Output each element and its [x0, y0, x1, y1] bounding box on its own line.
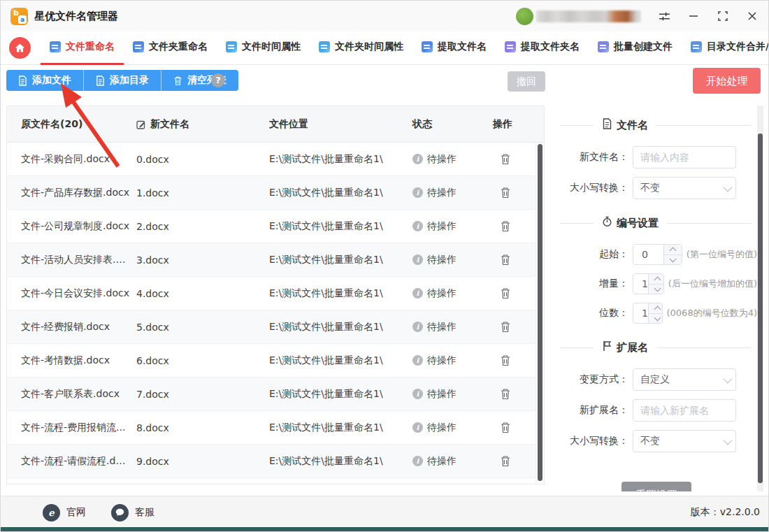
- tab-item[interactable]: 文件夹时间属性: [310, 31, 412, 65]
- delete-row-button[interactable]: [497, 151, 514, 168]
- spinner-up-button[interactable]: [664, 245, 682, 254]
- delete-row-button[interactable]: [497, 319, 514, 336]
- chevron-down-icon: [724, 374, 733, 383]
- maximize-button[interactable]: [717, 10, 729, 22]
- tab-item[interactable]: 提取文件夹名: [496, 31, 589, 65]
- spinner-down-button[interactable]: [649, 284, 663, 294]
- add-directory-button[interactable]: 添加目录: [84, 70, 161, 91]
- delete-row-button[interactable]: [497, 218, 514, 235]
- ext-case-convert-select[interactable]: 不变: [633, 430, 736, 452]
- new-filename-cell: 2.docx: [136, 221, 269, 232]
- add-file-button[interactable]: 添加文件: [6, 70, 84, 91]
- tab-item[interactable]: 文件夹重命名: [124, 31, 217, 65]
- sidebar-scrollbar[interactable]: [757, 106, 763, 491]
- info-icon: i: [412, 422, 423, 433]
- original-filename-cell: 文件-今日会议安排.docx: [21, 287, 136, 300]
- start-process-button[interactable]: 开始处理: [693, 68, 761, 94]
- table-scrollbar-thumb[interactable]: [538, 144, 542, 481]
- close-button[interactable]: [746, 10, 759, 22]
- original-filename-cell: 文件-活动人员安排表.d...: [21, 254, 136, 266]
- form-row: 新扩展名：: [553, 399, 757, 422]
- trash-icon: [500, 254, 511, 266]
- delete-row-button[interactable]: [497, 252, 514, 268]
- settings-sidebar: 文件名新文件名：大小写转换：不变编号设置起始：0(第一位编号的值)增量：1(后一…: [553, 106, 757, 491]
- tab-item[interactable]: 文件时间属性: [217, 31, 310, 65]
- spinner-up-button[interactable]: [649, 303, 662, 313]
- table-row[interactable]: 文件-采购合同.docx 0.docx E:\测试文件\批量重命名1\ i 待操…: [7, 143, 544, 176]
- clear-list-button[interactable]: 清空列表: [161, 70, 238, 91]
- table-row[interactable]: 文件-客户联系表.docx 7.docx E:\测试文件\批量重命名1\ i 待…: [7, 378, 544, 411]
- table-row[interactable]: 文件-流程-请假流程.docx 9.docx E:\测试文件\批量重命名1\ i…: [7, 445, 544, 478]
- tab-label: 批量创建文件: [614, 41, 673, 53]
- original-filename-cell: 文件-流程-请假流程.docx: [21, 455, 136, 468]
- new-filename-input[interactable]: [633, 146, 736, 168]
- table-row[interactable]: 文件-今日会议安排.docx 4.docx E:\测试文件\批量重命名1\ i …: [7, 277, 544, 310]
- tab-item[interactable]: 提取文件名: [412, 31, 496, 65]
- status-text: 待操作: [427, 153, 457, 166]
- delete-row-button[interactable]: [497, 352, 514, 369]
- tab-label: 文件夹时间属性: [335, 41, 403, 53]
- minimize-button[interactable]: [687, 10, 700, 22]
- section-title-label: 文件名: [617, 119, 648, 132]
- info-icon: i: [412, 154, 423, 164]
- tab-label: 文件时间属性: [242, 41, 301, 53]
- new-extension-input[interactable]: [633, 399, 736, 422]
- reset-settings-button[interactable]: 重置设置: [621, 482, 691, 491]
- table-row[interactable]: 文件-公司规章制度.docx 2.docx E:\测试文件\批量重命名1\ i …: [7, 210, 544, 243]
- spinner-down-button[interactable]: [664, 254, 682, 265]
- spinner-down-button[interactable]: [649, 313, 662, 324]
- user-avatar[interactable]: [516, 8, 533, 25]
- trash-icon: [500, 388, 511, 400]
- help-icon[interactable]: ?: [211, 73, 225, 87]
- new-filename-cell: 6.docx: [136, 355, 269, 366]
- section-title-label: 编号设置: [617, 217, 659, 230]
- tab-item[interactable]: 目录文件合并/提取: [682, 31, 769, 65]
- table-scrollbar[interactable]: [536, 143, 544, 484]
- case-convert-select[interactable]: 不变: [633, 177, 736, 199]
- status-text: 待操作: [427, 354, 457, 367]
- delete-row-button[interactable]: [497, 285, 514, 302]
- tab-item[interactable]: 批量创建文件: [589, 31, 682, 65]
- file-location-cell: E:\测试文件\批量重命名1\: [269, 321, 412, 333]
- spinner-up-button[interactable]: [649, 274, 663, 284]
- file-table: 原文件名(20) 新文件名 文件位置 状态 操作 文件-采购合同.docx 0.…: [6, 106, 545, 484]
- sidebar-scrollbar-thumb[interactable]: [758, 134, 763, 483]
- table-row[interactable]: 文件-经费报销.docx 5.docx E:\测试文件\批量重命名1\ i 待操…: [7, 310, 544, 344]
- delete-row-button[interactable]: [497, 453, 514, 470]
- settings-sliders-icon[interactable]: [658, 10, 670, 22]
- table-row[interactable]: 文件-活动人员安排表.d... 3.docx E:\测试文件\批量重命名1\ i…: [7, 243, 544, 277]
- status-cell: i 待操作: [412, 254, 493, 266]
- merge-extract-icon: [691, 41, 702, 52]
- delete-row-button[interactable]: [497, 419, 514, 436]
- table-row[interactable]: 文件-流程-费用报销流... 8.docx E:\测试文件\批量重命名1\ i …: [7, 411, 544, 445]
- form-row: 大小写转换：不变: [553, 430, 757, 452]
- official-website-link[interactable]: e 官网: [43, 504, 86, 522]
- status-text: 待操作: [427, 455, 457, 468]
- status-text: 待操作: [427, 187, 457, 199]
- increment-spinner[interactable]: 1: [633, 273, 664, 294]
- spinner-value: 0: [633, 245, 663, 264]
- table-row[interactable]: 文件-考情数据.docx 6.docx E:\测试文件\批量重命名1\ i 待操…: [7, 344, 544, 378]
- section-title: 扩展名: [560, 340, 757, 354]
- tab-item[interactable]: 文件重命名: [41, 31, 124, 65]
- customer-support-link[interactable]: 客服: [111, 504, 154, 522]
- document-icon: [602, 118, 612, 132]
- original-filename-cell: 文件-产品库存数据.docx: [21, 187, 136, 199]
- select-value: 不变: [640, 182, 724, 194]
- undo-button[interactable]: 撤回: [508, 71, 545, 92]
- header-file-location: 文件位置: [269, 118, 412, 131]
- start-number-spinner[interactable]: 0: [633, 244, 682, 265]
- tab-label: 文件夹重命名: [149, 41, 208, 53]
- home-button[interactable]: [9, 37, 31, 59]
- digits-spinner[interactable]: 1: [633, 303, 663, 324]
- status-text: 待操作: [427, 254, 457, 266]
- form-row: 变更方式：自定义: [553, 368, 757, 391]
- new-filename-cell: 3.docx: [136, 254, 269, 266]
- table-row[interactable]: 文件-产品库存数据.docx 1.docx E:\测试文件\批量重命名1\ i …: [7, 176, 544, 210]
- new-filename-cell: 0.docx: [136, 154, 269, 165]
- change-mode-select[interactable]: 自定义: [633, 368, 736, 391]
- delete-row-button[interactable]: [497, 386, 514, 403]
- delete-row-button[interactable]: [497, 185, 514, 201]
- status-cell: i 待操作: [412, 287, 493, 300]
- status-cell: i 待操作: [412, 388, 493, 401]
